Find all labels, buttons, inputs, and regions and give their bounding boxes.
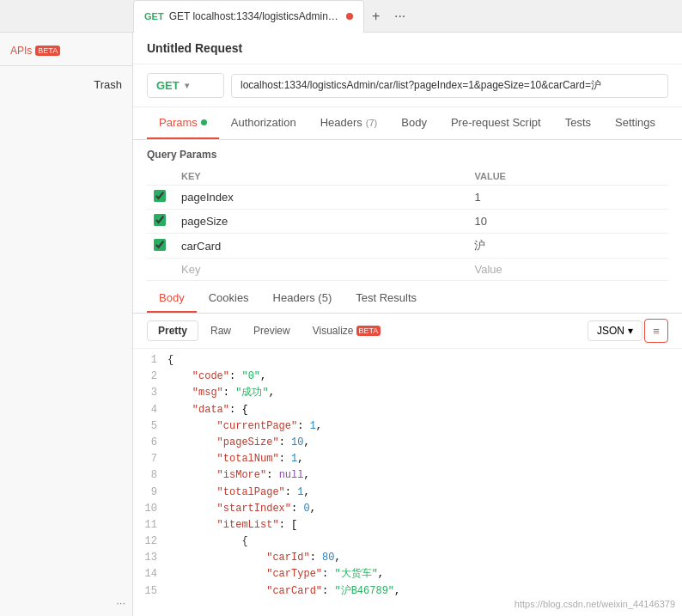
table-row: carCard 沪 — [147, 234, 668, 259]
row-checkbox-cell[interactable] — [147, 210, 174, 234]
json-line: 13 "carId": 80, — [133, 550, 682, 566]
sidebar-more: ··· — [0, 589, 132, 616]
line-number: 15 — [133, 583, 167, 600]
method-select[interactable]: GET ▾ — [147, 73, 224, 98]
tab-bar: GET GET localhost:1334/logisticsAdmin/c.… — [0, 0, 682, 33]
line-content: "totalPage": 1, — [167, 485, 682, 501]
active-tab[interactable]: GET GET localhost:1334/logisticsAdmin/c.… — [133, 0, 364, 33]
params-label: Params — [159, 116, 198, 129]
json-line: 15 "carCard": "沪B46789", — [133, 583, 682, 600]
row-value-2: 沪 — [467, 234, 668, 259]
format-select[interactable]: JSON ▾ — [588, 320, 642, 341]
more-icon[interactable]: ··· — [116, 596, 125, 609]
line-number: 7 — [133, 451, 167, 467]
visualize-label: Visualize — [313, 325, 354, 337]
body-label: Body — [401, 116, 427, 129]
empty-key-cell[interactable]: Key — [174, 259, 467, 281]
json-line: 10 "startIndex": 0, — [133, 501, 682, 517]
resp-tab-cookies[interactable]: Cookies — [197, 284, 261, 313]
json-line: 5 "currentPage": 1, — [133, 418, 682, 435]
empty-checkbox-cell — [147, 259, 174, 281]
line-content: "totalNum": 1, — [167, 451, 682, 467]
raw-button[interactable]: Raw — [200, 321, 241, 340]
tab-prerequest[interactable]: Pre-request Script — [439, 107, 553, 139]
resp-tab-headers[interactable]: Headers (5) — [261, 284, 344, 313]
sidebar-apis[interactable]: APIs BETA — [0, 40, 132, 62]
request-area: Untitled Request GET ▾ Params Authorizat… — [133, 33, 682, 616]
resp-tab-testresults[interactable]: Test Results — [344, 284, 429, 313]
json-line: 6 "pageSize": 10, — [133, 435, 682, 451]
key-col-header: KEY — [174, 168, 467, 186]
resp-tab-body[interactable]: Body — [147, 284, 197, 313]
watermark: https://blog.csdn.net/weixin_44146379 — [515, 599, 675, 609]
visualize-button[interactable]: Visualize BETA — [302, 321, 392, 340]
line-number: 4 — [133, 402, 167, 418]
method-value: GET — [156, 79, 180, 92]
row-key-0: pageIndex — [174, 186, 467, 210]
resp-body-label: Body — [159, 291, 185, 304]
query-params-title: Query Params — [147, 149, 668, 161]
row-checkbox-cell[interactable] — [147, 186, 174, 210]
response-tabs: Body Cookies Headers (5) Test Results — [133, 284, 682, 314]
line-content: "code": "0", — [167, 369, 682, 385]
visualize-beta-badge: BETA — [356, 326, 381, 336]
request-title: Untitled Request — [133, 33, 682, 64]
line-number: 2 — [133, 369, 167, 385]
method-label: GET — [144, 11, 164, 21]
tab-more-button[interactable]: ··· — [388, 4, 412, 28]
wrap-icon-symbol: ≡ — [653, 325, 660, 338]
json-line: 11 "itemList": [ — [133, 517, 682, 534]
url-input[interactable] — [231, 74, 668, 98]
line-number: 10 — [133, 501, 167, 517]
tab-authorization[interactable]: Authorization — [219, 107, 308, 139]
row-checkbox-1[interactable] — [154, 214, 166, 226]
json-line: 7 "totalNum": 1, — [133, 451, 682, 467]
line-number: 11 — [133, 517, 167, 534]
wrap-button[interactable]: ≡ — [644, 319, 668, 343]
row-key-2: carCard — [174, 234, 467, 259]
line-content: "currentPage": 1, — [167, 418, 682, 435]
preview-button[interactable]: Preview — [243, 321, 301, 340]
row-checkbox-0[interactable] — [154, 190, 166, 202]
line-content: "carType": "大货车", — [167, 566, 682, 582]
tab-body[interactable]: Body — [389, 107, 439, 139]
new-tab-button[interactable]: + — [364, 4, 388, 28]
tab-headers[interactable]: Headers (7) — [308, 107, 390, 139]
sidebar-divider — [0, 65, 132, 66]
value-col-header: VALUE — [467, 168, 668, 186]
params-table: KEY VALUE pageIndex 1 pageSize 10 carCar… — [147, 168, 668, 281]
json-line: 8 "isMore": null, — [133, 467, 682, 484]
line-content: { — [167, 352, 682, 369]
resp-testresults-label: Test Results — [356, 291, 417, 304]
row-value-1: 10 — [467, 210, 668, 234]
table-row: pageIndex 1 — [147, 186, 668, 210]
line-content: "carCard": "沪B46789", — [167, 583, 682, 600]
json-line: 3 "msg": "成功", — [133, 385, 682, 401]
tab-params[interactable]: Params — [147, 107, 219, 139]
line-number: 13 — [133, 550, 167, 566]
tab-settings[interactable]: Settings — [603, 107, 667, 139]
tab-url: GET localhost:1334/logisticsAdmin/c... — [169, 10, 341, 22]
line-content: "startIndex": 0, — [167, 501, 682, 517]
tab-dot — [346, 13, 353, 20]
line-number: 8 — [133, 467, 167, 484]
headers-label: Headers — [320, 116, 362, 129]
line-content: "data": { — [167, 402, 682, 418]
response-toolbar: Pretty Raw Preview Visualize BETA JSON ▾… — [133, 314, 682, 349]
tab-tests[interactable]: Tests — [553, 107, 603, 139]
sidebar-trash[interactable]: Trash — [0, 70, 132, 100]
json-line: 2 "code": "0", — [133, 369, 682, 385]
line-number: 12 — [133, 534, 167, 550]
prerequest-label: Pre-request Script — [451, 116, 541, 129]
line-content: "msg": "成功", — [167, 385, 682, 401]
row-checkbox-cell[interactable] — [147, 234, 174, 259]
headers-count: (7) — [366, 118, 377, 128]
pretty-button[interactable]: Pretty — [147, 320, 198, 341]
empty-param-row: Key Value — [147, 259, 668, 281]
empty-value-cell[interactable]: Value — [467, 259, 668, 281]
checkbox-col-header — [147, 168, 174, 186]
json-line: 12 { — [133, 534, 682, 550]
json-body: 1{2 "code": "0",3 "msg": "成功",4 "data": … — [133, 349, 682, 616]
row-checkbox-2[interactable] — [154, 239, 166, 251]
json-line: 4 "data": { — [133, 402, 682, 418]
